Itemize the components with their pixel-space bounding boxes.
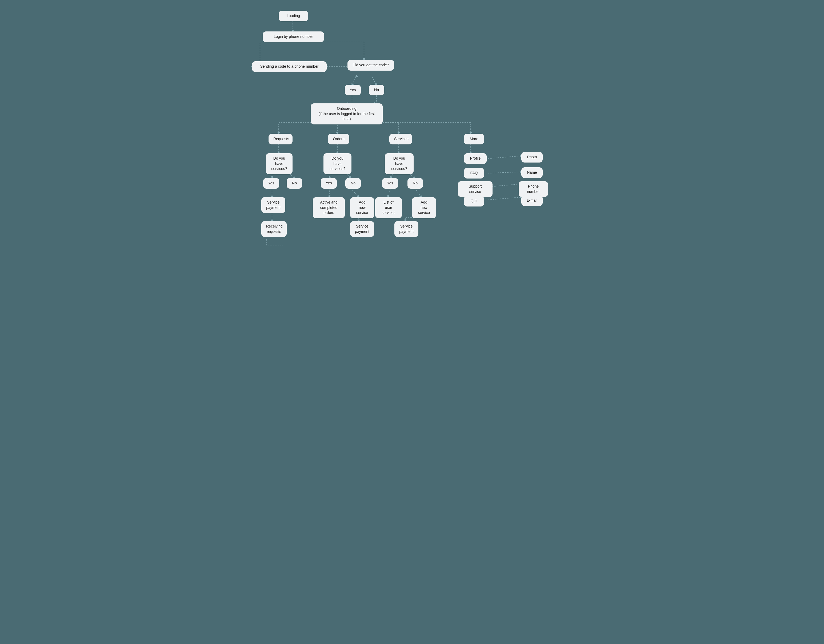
node-services: Services <box>389 134 412 144</box>
node-loading: Loading <box>279 11 308 21</box>
node-more: More <box>464 134 484 144</box>
node-login: Login by phone number <box>263 31 324 42</box>
svg-line-22 <box>488 172 521 173</box>
svg-line-2 <box>352 77 356 85</box>
node-yes1: Yes <box>345 85 361 95</box>
node-req-have-services: Do you have services? <box>266 153 292 174</box>
node-add-new-ord: Add new service <box>350 197 374 218</box>
svg-line-15 <box>351 188 359 197</box>
svg-line-23 <box>492 184 521 187</box>
node-requests: Requests <box>269 134 292 144</box>
node-email: E-mail <box>521 195 543 206</box>
node-receiving-req: Receiving requests <box>261 221 287 237</box>
flowchart-diagram: Loading Login by phone number Sending a … <box>252 8 572 248</box>
node-ord-yes: Yes <box>321 178 337 189</box>
node-faq: FAQ <box>464 168 484 178</box>
svg-line-3 <box>372 77 377 85</box>
node-req-yes: Yes <box>263 178 279 189</box>
node-svc-no: No <box>407 178 423 189</box>
node-photo: Photo <box>521 152 543 163</box>
node-profile: Profile <box>464 153 487 164</box>
node-quit: Quit <box>464 196 484 207</box>
node-service-payment-req: Service payment <box>261 197 285 213</box>
node-ord-no: No <box>345 178 361 189</box>
node-sending-code: Sending a code to a phone number <box>252 61 327 72</box>
node-did-you-get: Did you get the code? <box>347 60 394 71</box>
node-service-payment-ord: Service payment <box>350 221 374 237</box>
node-service-payment-svc: Service payment <box>394 221 418 237</box>
svg-line-21 <box>488 156 521 158</box>
node-svc-yes: Yes <box>382 178 398 189</box>
node-no1: No <box>369 85 384 95</box>
node-active-completed: Active and completed orders <box>313 197 345 218</box>
svg-line-24 <box>488 197 521 200</box>
node-list-user-svc: List of user services <box>375 197 402 218</box>
svg-line-17 <box>415 188 421 197</box>
svg-line-16 <box>388 188 390 197</box>
node-req-no: No <box>287 178 302 189</box>
node-name: Name <box>521 167 543 178</box>
node-support: Support service <box>458 181 492 197</box>
node-onboarding: Onboarding (if the user is logged in for… <box>311 103 383 124</box>
node-add-new-svc: Add new service <box>412 197 436 218</box>
node-phone-number: Phone number <box>519 181 548 197</box>
node-orders: Orders <box>328 134 349 144</box>
node-svc-have-services: Do you have services? <box>385 153 414 174</box>
node-ord-have-services: Do you have services? <box>323 153 352 174</box>
